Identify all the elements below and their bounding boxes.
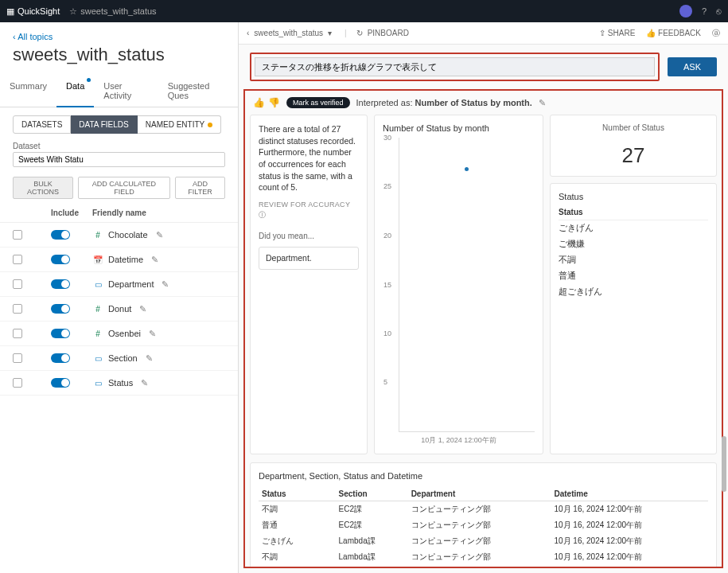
y-tick: 5 [383,378,387,386]
help-icon[interactable]: ? [702,6,707,16]
table-cell: コンピューティング部 [408,533,551,549]
type-icon: # [92,328,103,339]
suggestion-item[interactable]: Department. [259,247,359,270]
field-row[interactable]: # Osenbei ✎ [0,322,238,346]
add-calc-field-button[interactable]: ADD CALCULATED FIELD [78,177,170,199]
edit-icon[interactable]: ✎ [162,279,169,290]
subtab-named-entity[interactable]: NAMED ENTITY [138,115,221,134]
status-item[interactable]: ご機嫌 [559,236,708,252]
chart-body[interactable]: 30 25 20 15 10 5 [399,138,535,432]
table-row[interactable]: 普通EC2課コンピューティング部10月 16, 2024 12:00午前 [259,517,708,533]
table-cell: 10月 16, 2024 12:00午前 [551,517,708,533]
kpi-title: Number of Status [559,123,708,132]
crumb-title[interactable]: sweets_with_status [254,29,323,37]
back-icon[interactable]: ‹ [247,29,249,37]
field-row[interactable]: ▭ Section ✎ [0,346,238,371]
status-item[interactable]: 超ごきげん [559,284,708,300]
chevron-down-icon[interactable]: ▾ [328,29,332,37]
include-toggle[interactable] [51,255,70,264]
notification-icon[interactable] [679,5,692,18]
table-row[interactable]: 不調Lambda課コンピューティング部10月 16, 2024 12:00午前 [259,549,708,565]
thumb-icon: 👍 [646,29,656,37]
all-topics-link[interactable]: All topics [13,32,225,41]
table-cell: 不調 [259,501,336,518]
table-cell: コンピューティング部 [408,565,551,568]
field-checkbox[interactable] [13,304,22,314]
include-toggle[interactable] [51,279,70,289]
include-toggle[interactable] [51,304,70,314]
include-toggle[interactable] [51,378,70,388]
table-header[interactable]: Department [408,487,551,501]
type-icon: # [92,229,103,240]
starred-topic[interactable]: ☆ sweets_with_status [69,6,156,17]
include-toggle[interactable] [51,353,70,363]
thumb-up-icon[interactable]: 👍 [253,97,265,108]
tab-suggested[interactable]: Suggested Ques [158,75,238,107]
edit-icon[interactable]: ✎ [139,304,146,314]
status-item[interactable]: ごきげん [559,220,708,236]
ask-button[interactable]: ASK [668,57,717,76]
edit-icon[interactable]: ✎ [156,230,163,240]
pinboard-link[interactable]: PINBOARD [368,29,409,37]
field-checkbox[interactable] [13,353,22,363]
thumb-down-icon[interactable]: 👎 [268,97,280,108]
subtab-data-fields[interactable]: DATA FIELDS [71,115,137,134]
field-row[interactable]: ▭ Status ✎ [0,371,238,396]
data-point[interactable] [465,167,469,171]
result-area: 👍 👎 Mark as verified Interpreted as: Num… [243,89,723,568]
user-badge-icon[interactable]: ⓐ [712,28,720,39]
table-row[interactable]: 不調EC2課コンピューティング部10月 16, 2024 12:00午前 [259,501,708,518]
ask-input[interactable] [255,57,655,76]
table-header[interactable]: Datetime [551,487,708,501]
field-row[interactable]: 📅 Datetime ✎ [0,248,238,272]
type-icon: ▭ [92,279,103,290]
field-row[interactable]: # Donut ✎ [0,297,238,322]
y-tick: 20 [383,232,391,240]
user-icon[interactable]: ⎋ [716,6,722,16]
status-list-card: Status Status ごきげんご機嫌不調普通超ごきげん [550,183,717,454]
edit-icon[interactable]: ✎ [151,255,158,265]
table-row[interactable]: ごきげんLambda課コンピューティング部10月 16, 2024 12:00午… [259,533,708,549]
subtab-datasets[interactable]: DATASETS [13,115,71,134]
edit-interp-icon[interactable]: ✎ [539,98,546,108]
table-header[interactable]: Status [259,487,336,501]
include-toggle[interactable] [51,329,70,338]
narrative-card: There are a total of 27 distinct statuse… [250,115,368,454]
chart-title: Number of Status by month [383,123,535,133]
table-cell: 10月 16, 2024 12:00午前 [551,549,708,565]
dataset-select[interactable] [13,152,225,167]
table-cell: EC2課 [336,501,408,518]
starred-label: sweets_with_status [80,6,156,16]
tab-user-activity[interactable]: User Activity [94,75,158,107]
field-checkbox[interactable] [13,255,22,264]
interpretation-text: Interpreted as: Number of Status by mont… [356,98,532,107]
include-toggle[interactable] [51,230,70,240]
status-item[interactable]: 普通 [559,268,708,284]
feedback-button[interactable]: 👍 FEEDBACK [646,29,701,37]
field-checkbox[interactable] [13,230,22,240]
edit-icon[interactable]: ✎ [146,353,153,364]
table-header[interactable]: Section [336,487,408,501]
edit-icon[interactable]: ✎ [149,329,156,339]
field-row[interactable]: ▭ Department ✎ [0,272,238,297]
field-row[interactable]: # Chocolate ✎ [0,223,238,248]
topic-tabs: Summary Data User Activity Suggested Que… [0,75,238,107]
table-row[interactable]: 普通Lambda課コンピューティング部10月 16, 2024 12:00午前 [259,565,708,568]
dataset-label: Dataset [13,142,225,150]
review-accuracy[interactable]: REVIEW FOR ACCURACY ⓘ [259,200,359,220]
bulk-actions-button[interactable]: BULK ACTIONS [13,177,73,199]
scrollbar-thumb[interactable] [722,436,726,492]
field-checkbox[interactable] [13,329,22,338]
brand-logo[interactable]: ▦ QuickSight [6,6,60,17]
field-checkbox[interactable] [13,378,22,388]
status-item[interactable]: 不調 [559,252,708,268]
share-button[interactable]: ⇪ SHARE [599,29,635,37]
verified-badge[interactable]: Mark as verified [286,97,350,108]
field-checkbox[interactable] [13,279,22,289]
add-filter-button[interactable]: ADD FILTER [175,177,225,199]
edit-icon[interactable]: ✎ [141,378,148,388]
refresh-icon[interactable]: ↻ [356,29,363,37]
narrative-text: There are a total of 27 distinct statuse… [259,123,359,193]
tab-data[interactable]: Data [56,75,94,107]
tab-summary[interactable]: Summary [0,75,56,107]
